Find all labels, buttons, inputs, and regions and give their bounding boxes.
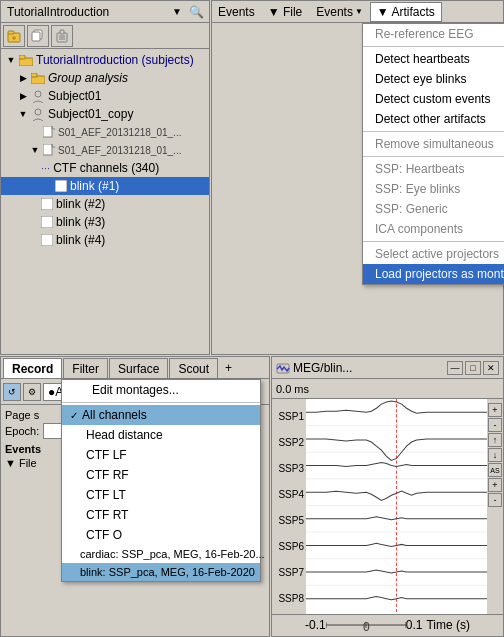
montage-ctf-o[interactable]: CTF O xyxy=(62,525,260,545)
montage-all-channels[interactable]: All channels xyxy=(62,405,260,425)
tab-add-button[interactable]: + xyxy=(219,358,238,378)
svg-rect-17 xyxy=(43,126,52,137)
svg-rect-5 xyxy=(32,32,40,41)
main-container: TutorialIntroduction ▼ 🔍 ▼ TutorialIntro… xyxy=(0,0,504,637)
minus-btn[interactable]: - xyxy=(488,493,502,507)
copy-button[interactable] xyxy=(27,25,49,47)
new-folder-button[interactable] xyxy=(3,25,25,47)
settings-button[interactable]: ⚙ xyxy=(23,383,41,401)
file-dropdown[interactable]: ▼ File xyxy=(5,457,37,469)
tree-item-group-analysis[interactable]: ▶ Group analysis xyxy=(1,69,209,87)
dropdown-ssp-generic: SSP: Generic xyxy=(363,199,504,219)
time-axis-line: 0 xyxy=(326,617,406,633)
svg-point-16 xyxy=(35,109,41,115)
dropdown-eye-blinks[interactable]: Detect eye blinks xyxy=(363,69,504,89)
meg-minimize-btn[interactable]: — xyxy=(447,361,463,375)
events-header: Events ▼ File Events ▼ ▼ Artifacts xyxy=(212,1,503,23)
tree-item-root[interactable]: ▼ TutorialIntroduction (subjects) xyxy=(1,51,209,69)
expand-icon-s01copy: ▼ xyxy=(17,108,29,120)
all-label-text: ● xyxy=(48,385,55,399)
meg-close-btn[interactable]: ✕ xyxy=(483,361,499,375)
svg-text:0: 0 xyxy=(363,620,370,633)
meg-maximize-btn[interactable]: □ xyxy=(465,361,481,375)
as-btn[interactable]: AS xyxy=(488,463,502,477)
tree-item-blink4[interactable]: blink (#4) xyxy=(1,231,209,249)
tab-record[interactable]: Record xyxy=(3,358,62,378)
dropdown-custom-events[interactable]: Detect custom events xyxy=(363,89,504,109)
dropdown-re-reference: Re-reference EEG xyxy=(363,24,504,44)
separator1 xyxy=(363,46,504,47)
tree-panel: TutorialIntroduction ▼ 🔍 ▼ TutorialIntro… xyxy=(0,0,210,355)
amplitude-down-btn[interactable]: ↓ xyxy=(488,448,502,462)
events-panel: Events ▼ File Events ▼ ▼ Artifacts Re-re… xyxy=(211,0,504,355)
expand-icon-file1 xyxy=(29,126,41,138)
tab-scout-label: Scout xyxy=(178,362,209,376)
expand-icon-file2: ▼ xyxy=(29,144,41,156)
meg-toolbar: 0.0 ms xyxy=(272,379,503,399)
blink3-label: blink (#3) xyxy=(56,215,105,229)
tree-item-ctf[interactable]: ··· CTF channels (340) xyxy=(1,159,209,177)
blink1-icon xyxy=(41,180,53,192)
montage-ctf-rf[interactable]: CTF RF xyxy=(62,465,260,485)
time-01: 0.1 xyxy=(406,618,423,632)
dropdown-ssp-eye-blinks: SSP: Eye blinks xyxy=(363,179,504,199)
zoom-in-btn[interactable]: + xyxy=(488,403,502,417)
subject01-copy-label: Subject01_copy xyxy=(48,107,133,121)
dropdown-load-projectors[interactable]: Load projectors as montages xyxy=(363,264,504,284)
tree-item-blink2[interactable]: blink (#2) xyxy=(1,195,209,213)
meg-panel: MEG/blin... — □ ✕ 0.0 ms SSP1 SSP2 SSP3 … xyxy=(271,356,504,637)
reset-button[interactable]: ↺ xyxy=(3,383,21,401)
montage-ctf-rt[interactable]: CTF RT xyxy=(62,505,260,525)
montage-ctf-lt[interactable]: CTF LT xyxy=(62,485,260,505)
file-menu-btn[interactable]: ▼ File xyxy=(261,2,310,22)
meg-ssp-labels: SSP1 SSP2 SSP3 SSP4 SSP5 SSP6 SSP7 SSP8 xyxy=(272,399,306,614)
montage-ctf-lf[interactable]: CTF LF xyxy=(62,445,260,465)
montage-dropdown: Edit montages... All channels Head dista… xyxy=(61,379,261,582)
montage-sep1 xyxy=(62,402,260,403)
events-title: Events xyxy=(218,5,255,19)
svg-rect-21 xyxy=(41,216,53,228)
tree-item-blink1[interactable]: blink (#1) xyxy=(1,177,209,195)
dropdown-remove-simultaneous: Remove simultaneous xyxy=(363,134,504,154)
montage-edit[interactable]: Edit montages... xyxy=(62,380,260,400)
events-menu-bar: ▼ File Events ▼ ▼ Artifacts xyxy=(261,2,442,22)
delete-button[interactable] xyxy=(51,25,73,47)
ssp7-label: SSP7 xyxy=(272,559,306,585)
artifacts-menu-btn[interactable]: ▼ Artifacts xyxy=(370,2,442,22)
dropdown-heartbeats[interactable]: Detect heartbeats xyxy=(363,49,504,69)
tree-item-subject01-copy[interactable]: ▼ Subject01_copy xyxy=(1,105,209,123)
tree-item-file1[interactable]: S01_AEF_20131218_01_... xyxy=(1,123,209,141)
time-minus01: -0.1 xyxy=(305,618,326,632)
ssp8-label: SSP8 xyxy=(272,585,306,611)
meg-time-axis: -0.1 0 0.1 Time (s) xyxy=(272,614,503,634)
tree-dropdown-arrow[interactable]: ▼ xyxy=(168,6,186,17)
tree-item-file2[interactable]: ▼ S01_AEF_20131218_01_... xyxy=(1,141,209,159)
artifacts-menu-label: ▼ Artifacts xyxy=(377,5,435,19)
subject01-label: Subject01 xyxy=(48,89,101,103)
tree-item-subject01[interactable]: ▶ Subject01 xyxy=(1,87,209,105)
montage-blink[interactable]: blink: SSP_pca, MEG, 16-Feb-2020 xyxy=(62,563,260,581)
events-menu-btn[interactable]: Events ▼ xyxy=(309,2,370,22)
ssp6-label: SSP6 xyxy=(272,533,306,559)
file-menu-label: ▼ File xyxy=(268,5,303,19)
tab-scout[interactable]: Scout xyxy=(169,358,218,378)
dropdown-select-projectors: Select active projectors xyxy=(363,244,504,264)
dropdown-other-artifacts[interactable]: Detect other artifacts xyxy=(363,109,504,129)
zoom-out-btn[interactable]: - xyxy=(488,418,502,432)
tree-header: TutorialIntroduction ▼ 🔍 xyxy=(1,1,209,23)
tab-surface[interactable]: Surface xyxy=(109,358,168,378)
tree-item-blink3[interactable]: blink (#3) xyxy=(1,213,209,231)
tab-filter[interactable]: Filter xyxy=(63,358,108,378)
events-menu-label: Events xyxy=(316,5,353,19)
svg-rect-18 xyxy=(43,144,52,155)
amplitude-up-btn[interactable]: ↑ xyxy=(488,433,502,447)
tab-record-label: Record xyxy=(12,362,53,376)
search-icon[interactable]: 🔍 xyxy=(186,5,207,19)
tab-bar: Record Filter Surface Scout + xyxy=(1,357,269,379)
montage-head-distance[interactable]: Head distance xyxy=(62,425,260,445)
events-arrow: ▼ xyxy=(355,7,363,16)
plus-btn[interactable]: + xyxy=(488,478,502,492)
time-unit: Time (s) xyxy=(426,618,470,632)
montage-cardiac[interactable]: cardiac: SSP_pca, MEG, 16-Feb-20... xyxy=(62,545,260,563)
dots-icon: ··· xyxy=(41,162,50,174)
